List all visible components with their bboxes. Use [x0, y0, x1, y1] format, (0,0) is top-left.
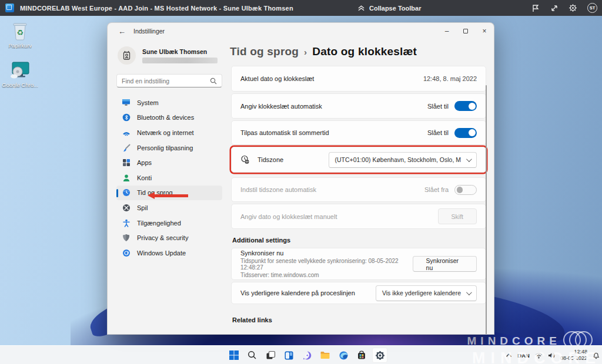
row-set-datetime-manually: Angiv dato og klokkeslæt manuelt Skift — [231, 204, 486, 229]
maximize-button[interactable] — [456, 23, 475, 39]
recycle-bin-icon: ♻ — [11, 19, 29, 41]
remote-session-title: MINDCORELAB West Europe - AAD Join - MS … — [20, 5, 293, 12]
sidebar-item-apps[interactable]: Apps — [116, 155, 222, 170]
monitor-disc-icon — [10, 59, 30, 80]
fullscreen-icon[interactable] — [550, 4, 558, 12]
desktop-icon-label: Google Chro... — [2, 82, 38, 88]
collapse-toolbar-button[interactable]: Collapse Toolbar — [357, 0, 421, 16]
remote-app-logo-icon — [5, 4, 14, 12]
settings-main-pane: Tid og sprog › Dato og klokkeslæt Aktuel… — [230, 39, 494, 335]
row-set-timezone-automatically: Indstil tidszone automatisk Slået fra — [231, 177, 486, 202]
breadcrumb-separator: › — [304, 47, 307, 57]
redacted-email — [142, 58, 218, 63]
adjust-dst-toggle[interactable] — [454, 128, 477, 138]
row-sync-now: Synkroniser nu Tidspunkt for seneste vel… — [231, 248, 486, 280]
task-view-button[interactable] — [263, 348, 278, 363]
task-view-icon — [266, 350, 276, 360]
edge-icon — [339, 350, 349, 360]
row-current-datetime: Aktuel dato og klokkeslæt 12:48, 8. maj … — [231, 66, 486, 92]
sidebar-item-network-internet[interactable]: Netværk og internet — [116, 125, 222, 140]
system-icon — [122, 98, 131, 107]
sidebar-item-time-language[interactable]: Tid og sprog — [116, 186, 222, 201]
sidebar-item-system[interactable]: System — [116, 95, 222, 110]
accessibility-person-icon — [122, 218, 131, 227]
widgets-button[interactable] — [281, 348, 296, 363]
sync-now-button[interactable]: Synkroniser nu — [413, 256, 477, 272]
timezone-icon — [240, 155, 250, 164]
user-name: Sune Ulbæk Thomsen — [142, 48, 218, 55]
network-icon[interactable] — [535, 352, 543, 359]
search-icon — [210, 77, 217, 85]
folder-icon — [320, 350, 330, 360]
window-title: Indstillinger — [133, 28, 165, 35]
chevron-down-icon — [466, 289, 472, 295]
settings-sidebar: Sune Ulbæk Thomsen Find en indstilling S… — [108, 39, 230, 335]
row-set-time-automatically: Angiv klokkeslæt automatisk Slået til — [231, 93, 486, 119]
timezone-dropdown[interactable]: (UTC+01:00) København, Stockholm, Oslo, … — [329, 152, 477, 168]
sidebar-item-bluetooth-devices[interactable]: Bluetooth & devices — [116, 110, 222, 126]
sidebar-item-accounts[interactable]: Konti — [116, 170, 222, 186]
breadcrumb: Tid og sprog › Dato og klokkeslæt — [230, 45, 494, 58]
tray-time: 12:48 — [560, 349, 587, 355]
taskbar-search-button[interactable] — [245, 348, 260, 363]
store-button[interactable] — [354, 348, 369, 363]
settings-app-button[interactable] — [372, 348, 387, 363]
sidebar-item-gaming[interactable]: Spil — [116, 200, 222, 215]
remote-session-toolbar: MINDCORELAB West Europe - AAD Join - MS … — [0, 0, 602, 16]
bluetooth-icon — [122, 113, 131, 122]
collapse-toolbar-label: Collapse Toolbar — [369, 5, 421, 12]
start-button[interactable] — [226, 348, 242, 363]
language-indicator[interactable]: DAN — [517, 352, 530, 359]
taskbar: DAN 12:48 08-05-2022 — [0, 345, 602, 364]
taskbar-clock[interactable]: 12:48 08-05-2022 — [560, 349, 587, 362]
current-datetime-value: 12:48, 8. maj 2022 — [423, 75, 477, 82]
last-sync-text: Tidspunkt for seneste vellykkede synkron… — [240, 258, 413, 271]
row-timezone: Tidszone (UTC+01:00) København, Stockhol… — [231, 147, 486, 173]
volume-icon[interactable] — [548, 352, 555, 359]
search-input[interactable]: Find en indstilling — [116, 74, 222, 87]
settings-window: ← Indstillinger – × Sune Ulbæk T — [107, 22, 494, 335]
set-time-automatically-toggle[interactable] — [454, 101, 477, 111]
edge-button[interactable] — [336, 348, 351, 363]
window-titlebar: ← Indstillinger – × — [108, 23, 494, 39]
update-arrows-icon — [122, 248, 131, 257]
sidebar-item-windows-update[interactable]: Windows Update — [116, 245, 222, 261]
set-timezone-automatically-toggle[interactable] — [454, 185, 477, 195]
minimize-button[interactable]: – — [437, 23, 456, 39]
session-avatar[interactable]: ST — [587, 3, 597, 13]
row-additional-calendars: Vis yderligere kalendere på proceslinjen… — [231, 282, 486, 304]
pointer-flag-icon[interactable] — [531, 4, 540, 12]
search-placeholder: Find en indstilling — [122, 77, 206, 85]
page-title: Dato og klokkeslæt — [312, 45, 417, 58]
paintbrush-icon — [122, 143, 131, 152]
shield-icon — [122, 234, 131, 242]
sidebar-item-privacy-security[interactable]: Privacy & security — [116, 230, 222, 245]
toolbar-settings-gear-icon[interactable] — [568, 4, 577, 12]
sidebar-item-personalization[interactable]: Personlig tilpasning — [116, 140, 222, 156]
hidden-icons-chevron[interactable] — [506, 353, 512, 358]
user-profile[interactable]: Sune Ulbæk Thomsen — [116, 43, 222, 66]
file-explorer-button[interactable] — [317, 348, 333, 363]
scrollbar[interactable] — [486, 85, 487, 335]
close-button[interactable]: × — [475, 23, 494, 39]
person-icon — [122, 173, 131, 182]
notification-bell-icon[interactable] — [593, 352, 600, 359]
desktop-icon-label: Papirkurv — [8, 42, 32, 49]
globe-icon — [122, 128, 131, 137]
desktop-icon-google-installer[interactable]: Google Chro... — [1, 59, 39, 88]
back-button[interactable]: ← — [118, 27, 131, 36]
chat-button[interactable] — [299, 348, 315, 363]
breadcrumb-parent[interactable]: Tid og sprog — [230, 45, 299, 58]
time-server-text: Tidsserver: time.windows.com — [240, 272, 413, 278]
clock-globe-icon — [122, 188, 131, 197]
change-button[interactable]: Skift — [438, 208, 477, 224]
sidebar-item-accessibility[interactable]: Tilgængelighed — [116, 215, 222, 231]
desktop-icon-recycle-bin[interactable]: ♻ Papirkurv — [1, 19, 39, 49]
chevron-down-icon — [466, 156, 472, 162]
additional-calendars-dropdown[interactable]: Vis ikke yderligere kalendere — [376, 285, 477, 301]
store-bag-icon — [357, 350, 366, 360]
apps-grid-icon — [122, 159, 131, 167]
widgets-icon — [284, 350, 294, 360]
windows-logo-icon — [229, 350, 239, 360]
search-icon — [248, 350, 257, 360]
